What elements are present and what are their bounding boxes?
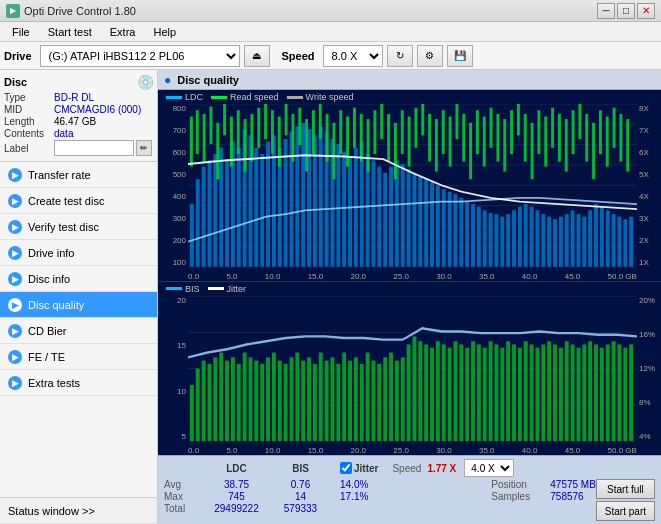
disc-quality-header: ● Disc quality xyxy=(158,70,661,90)
svg-rect-129 xyxy=(490,108,493,148)
svg-rect-31 xyxy=(319,127,323,267)
disc-panel-header: Disc 💿 xyxy=(4,74,153,90)
total-bis: 579333 xyxy=(273,503,328,514)
refresh-button[interactable]: ↻ xyxy=(387,45,413,67)
maximize-button[interactable]: □ xyxy=(617,3,635,19)
sidebar-item-disc-info[interactable]: ▶ Disc info xyxy=(0,266,157,292)
legend-ldc: LDC xyxy=(166,92,203,102)
sidebar-item-verify-test-disc[interactable]: ▶ Verify test disc xyxy=(0,214,157,240)
yr2-4pct: 4% xyxy=(639,432,651,441)
label-input[interactable] xyxy=(54,140,134,156)
speed-select[interactable]: 8.0 X xyxy=(323,45,383,67)
svg-rect-155 xyxy=(190,384,194,441)
svg-rect-88 xyxy=(209,107,212,145)
svg-rect-51 xyxy=(436,185,440,266)
total-ldc: 29499222 xyxy=(204,503,269,514)
svg-rect-135 xyxy=(531,123,534,179)
fe-te-icon: ▶ xyxy=(8,350,22,364)
menu-file[interactable]: File xyxy=(4,24,38,40)
svg-rect-115 xyxy=(394,123,397,179)
stats-data-area: Avg 38.75 0.76 14.0% Max 745 14 17.1% xyxy=(164,479,655,521)
jitter-header: Jitter xyxy=(354,463,378,474)
stats-avg-row: Avg 38.75 0.76 14.0% xyxy=(164,479,475,490)
svg-rect-10 xyxy=(196,179,200,267)
svg-rect-170 xyxy=(278,360,282,441)
svg-rect-106 xyxy=(332,123,335,179)
svg-rect-9 xyxy=(190,204,194,267)
svg-rect-36 xyxy=(348,157,352,267)
drive-select[interactable]: (G:) ATAPI iHBS112 2 PL06 xyxy=(40,45,240,67)
yr2-12pct: 12% xyxy=(639,364,655,373)
legend-write-label: Write speed xyxy=(306,92,354,102)
svg-rect-93 xyxy=(244,119,247,172)
svg-rect-195 xyxy=(424,344,428,441)
svg-rect-166 xyxy=(254,360,258,441)
label-edit-button[interactable]: ✏ xyxy=(136,140,152,156)
svg-rect-182 xyxy=(348,360,352,441)
action-buttons: Start full Start part xyxy=(596,479,655,521)
svg-rect-28 xyxy=(301,123,305,267)
start-part-button[interactable]: Start part xyxy=(596,501,655,521)
chart-top: LDC Read speed Write speed 800 700 60 xyxy=(158,90,661,282)
svg-rect-100 xyxy=(291,114,294,162)
legend-read-label: Read speed xyxy=(230,92,279,102)
svg-rect-202 xyxy=(465,347,469,441)
y1-100: 100 xyxy=(173,258,186,267)
menu-extra[interactable]: Extra xyxy=(102,24,144,40)
verify-test-disc-label: Verify test disc xyxy=(28,221,99,233)
speed-select-stats[interactable]: 4.0 X xyxy=(464,459,514,477)
sidebar-item-fe-te[interactable]: ▶ FE / TE xyxy=(0,344,157,370)
sidebar-item-drive-info[interactable]: ▶ Drive info xyxy=(0,240,157,266)
legend-jitter-color xyxy=(208,287,224,290)
app-title: Opti Drive Control 1.80 xyxy=(24,5,136,17)
legend-bis-color xyxy=(166,287,182,290)
chart1-x-labels: 0.0 5.0 10.0 15.0 20.0 25.0 30.0 35.0 40… xyxy=(188,272,637,281)
sidebar-item-disc-quality[interactable]: ▶ Disc quality xyxy=(0,292,157,318)
sidebar-item-extra-tests[interactable]: ▶ Extra tests xyxy=(0,370,157,396)
svg-rect-207 xyxy=(494,344,498,441)
start-full-button[interactable]: Start full xyxy=(596,479,655,499)
svg-rect-199 xyxy=(448,347,452,441)
jitter-checkbox[interactable] xyxy=(340,462,352,474)
svg-rect-162 xyxy=(231,357,235,441)
status-window-button[interactable]: Status window >> xyxy=(0,498,157,524)
menu-help[interactable]: Help xyxy=(145,24,184,40)
position-row: Position 47575 MB xyxy=(491,479,596,490)
svg-rect-212 xyxy=(524,341,528,441)
sidebar-item-create-test-disc[interactable]: ▶ Create test disc xyxy=(0,188,157,214)
jitter-check-group: Jitter xyxy=(340,462,378,474)
save-button[interactable]: 💾 xyxy=(447,45,473,67)
svg-rect-79 xyxy=(600,207,604,267)
menu-start-test[interactable]: Start test xyxy=(40,24,100,40)
svg-rect-63 xyxy=(506,214,510,267)
svg-rect-67 xyxy=(530,207,534,267)
svg-rect-55 xyxy=(459,198,463,267)
svg-rect-215 xyxy=(541,344,545,441)
svg-rect-43 xyxy=(389,167,393,267)
sidebar-item-cd-bier[interactable]: ▶ CD Bier xyxy=(0,318,157,344)
svg-rect-180 xyxy=(336,363,340,441)
eject-button[interactable]: ⏏ xyxy=(244,45,270,67)
x1-40: 40.0 xyxy=(522,272,538,281)
svg-rect-104 xyxy=(319,104,322,139)
svg-rect-230 xyxy=(629,344,633,441)
svg-rect-98 xyxy=(278,117,281,167)
svg-rect-209 xyxy=(506,341,510,441)
samples-row: Samples 758576 xyxy=(491,491,596,502)
chart1-y-right: 8X 7X 6X 5X 4X 3X 2X 1X xyxy=(637,104,661,267)
svg-rect-60 xyxy=(489,213,493,267)
settings-button[interactable]: ⚙ xyxy=(417,45,443,67)
svg-rect-103 xyxy=(312,110,315,154)
yr1-3x: 3X xyxy=(639,214,649,223)
svg-rect-145 xyxy=(599,110,602,154)
close-button[interactable]: ✕ xyxy=(637,3,655,19)
stats-max-row: Max 745 14 17.1% xyxy=(164,491,475,502)
stats-header-row: LDC BIS Jitter Speed 1.77 X 4.0 X xyxy=(164,459,655,477)
svg-rect-75 xyxy=(576,214,580,267)
yr1-2x: 2X xyxy=(639,236,649,245)
sidebar-item-transfer-rate[interactable]: ▶ Transfer rate xyxy=(0,162,157,188)
svg-rect-168 xyxy=(266,357,270,441)
y1-300: 300 xyxy=(173,214,186,223)
minimize-button[interactable]: ─ xyxy=(597,3,615,19)
svg-rect-40 xyxy=(372,160,376,266)
